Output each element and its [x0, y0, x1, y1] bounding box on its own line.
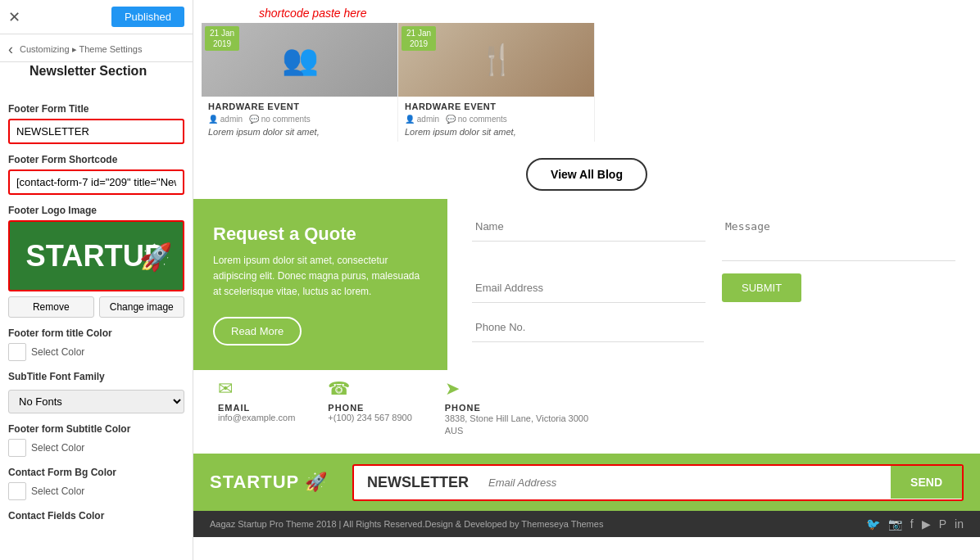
- newsletter-title: NEWSLETTER: [354, 466, 482, 499]
- contact-form-area: SUBMIT: [447, 199, 980, 370]
- email-col: [472, 273, 706, 313]
- youtube-icon[interactable]: ▶: [922, 517, 931, 531]
- close-button[interactable]: ✕: [8, 8, 20, 26]
- read-more-button[interactable]: Read More: [213, 317, 302, 345]
- contact-address-item: ➤ PHONE 3838, Stone Hill Lane, Victoria …: [445, 378, 592, 438]
- blog-card-meta-2: 👤 admin 💬 no comments: [405, 115, 588, 124]
- twitter-icon[interactable]: 🐦: [866, 517, 880, 531]
- subtitle-font-select[interactable]: No Fonts: [8, 390, 184, 413]
- contact-form-bg-color-row: Select Color: [8, 482, 184, 500]
- instagram-icon[interactable]: 📷: [888, 517, 902, 531]
- footer-form-title-color-swatch[interactable]: [8, 343, 26, 361]
- location-icon: ➤: [445, 378, 460, 400]
- contact-form-bg-select-color[interactable]: Select Color: [31, 485, 84, 497]
- blog-card-2: 21 Jan 2019 🍴 HARDWARE EVENT 👤 admin 💬 n…: [398, 23, 595, 142]
- contact-fields-color-label: Contact Fields Color: [8, 510, 184, 522]
- quote-title: Request a Quote: [213, 224, 428, 245]
- phone-input[interactable]: [472, 313, 704, 342]
- footer-form-shortcode-label: Footer Form Shortcode: [8, 154, 184, 165]
- blog-card-meta-1: 👤 admin 💬 no comments: [208, 115, 391, 124]
- blog-card: 21 Jan 2019 👥 HARDWARE EVENT 👤 admin 💬 n…: [202, 23, 398, 142]
- blog-card-event-2: HARDWARE EVENT: [405, 102, 588, 111]
- blog-card-image-1: 21 Jan 2019 👥: [202, 23, 398, 97]
- form-row-1: [472, 212, 955, 273]
- name-input[interactable]: [472, 212, 706, 242]
- contact-phone-item: ☎ PHONE +(100) 234 567 8900: [328, 378, 411, 438]
- quote-contact-section: Request a Quote Lorem ipsum dolor sit am…: [193, 199, 980, 370]
- logo-btn-row: Remove Change image: [8, 296, 184, 318]
- blog-card-image-2: 21 Jan 2019 🍴: [398, 23, 595, 97]
- quote-box: Request a Quote Lorem ipsum dolor sit am…: [193, 199, 447, 370]
- quote-body: Lorem ipsum dolor sit amet, consectetur …: [213, 253, 428, 300]
- breadcrumb-area: ‹ Customizing ▸ Theme Settings: [0, 34, 193, 62]
- contact-email-item: ✉ EMAIL info@example.com: [218, 378, 295, 438]
- phone-value: +(100) 234 567 8900: [328, 413, 411, 422]
- phone-icon: ☎: [328, 378, 350, 400]
- logo-image-box: STARTUP 🚀: [8, 220, 184, 291]
- contact-icons-row: ✉ EMAIL info@example.com ☎ PHONE +(100) …: [193, 370, 980, 454]
- phone-row: [472, 313, 955, 352]
- subtitle-font-family-label: SubTitle Font Family: [8, 371, 184, 382]
- footer-form-subtitle-color-row: Select Color: [8, 439, 184, 457]
- left-panel: ✕ Published ‹ Customizing ▸ Theme Settin…: [0, 0, 193, 560]
- blog-card-body-2: HARDWARE EVENT 👤 admin 💬 no comments Lor…: [398, 97, 594, 142]
- logo-svg: STARTUP 🚀: [18, 230, 175, 279]
- footer-form-title-color-row: Select Color: [8, 343, 184, 361]
- footer-form-subtitle-color-swatch[interactable]: [8, 439, 26, 457]
- breadcrumb: Customizing ▸ Theme Settings: [20, 44, 142, 55]
- change-image-button[interactable]: Change image: [99, 296, 185, 318]
- footer-form-title-input[interactable]: [8, 119, 184, 144]
- blog-card-text-1: Lorem ipsum dolor sit amet,: [208, 127, 391, 137]
- send-button[interactable]: SEND: [891, 466, 962, 499]
- footer-form-title-color-label: Footer form title Color: [8, 327, 184, 339]
- footer-form-title-select-color[interactable]: Select Color: [31, 346, 84, 358]
- name-col: [472, 212, 706, 273]
- email-label: EMAIL: [218, 403, 250, 413]
- view-all-row: View All Blog: [193, 142, 980, 199]
- email-value: info@example.com: [218, 413, 295, 422]
- main-area: shortcode paste here 21 Jan 2019 👥 HARDW…: [193, 0, 980, 560]
- back-arrow-icon[interactable]: ‹: [8, 41, 13, 58]
- phone-label: PHONE: [328, 403, 364, 413]
- submit-button[interactable]: SUBMIT: [722, 273, 801, 302]
- message-input[interactable]: [722, 212, 955, 261]
- email-input[interactable]: [472, 273, 706, 303]
- contact-form-bg-color-swatch[interactable]: [8, 482, 26, 500]
- footer-form-subtitle-color-label: Footer form Subtitle Color: [8, 423, 184, 435]
- message-col: [722, 212, 955, 273]
- blog-card-event-1: HARDWARE EVENT: [208, 102, 391, 111]
- form-row-2: SUBMIT: [472, 273, 955, 313]
- facebook-icon[interactable]: f: [910, 517, 914, 531]
- section-title: Newsletter Section: [0, 62, 193, 85]
- linkedin-icon[interactable]: in: [955, 517, 964, 531]
- newsletter-footer: STARTUP 🚀 NEWSLETTER SEND: [193, 454, 980, 511]
- panel-scroll: Footer Form Title Footer Form Shortcode …: [0, 85, 193, 560]
- footer-form-title-label: Footer Form Title: [8, 103, 184, 115]
- shortcode-hint: shortcode paste here: [193, 0, 980, 23]
- newsletter-box: NEWSLETTER SEND: [352, 464, 964, 501]
- address-label: PHONE: [445, 403, 481, 413]
- blog-card-text-2: Lorem ipsum dolor sit amet,: [405, 127, 588, 137]
- date-badge-2: 21 Jan 2019: [402, 26, 436, 51]
- remove-button[interactable]: Remove: [8, 296, 94, 318]
- address-value: 3838, Stone Hill Lane, Victoria 3000 AUS: [445, 413, 592, 438]
- date-badge-1: 21 Jan 2019: [205, 26, 239, 51]
- top-bar: ✕ Published: [0, 0, 193, 34]
- view-all-blog-button[interactable]: View All Blog: [526, 158, 647, 191]
- submit-col: SUBMIT: [722, 273, 955, 313]
- bottom-bar: Aagaz Startup Pro Theme 2018 | All Right…: [193, 511, 980, 537]
- blog-top: 21 Jan 2019 👥 HARDWARE EVENT 👤 admin 💬 n…: [193, 23, 980, 142]
- published-button[interactable]: Published: [111, 7, 184, 27]
- footer-form-subtitle-select-color[interactable]: Select Color: [31, 442, 84, 454]
- newsletter-logo: STARTUP 🚀: [210, 472, 328, 493]
- footer-logo-image-label: Footer Logo Image: [8, 205, 184, 216]
- footer-form-shortcode-input[interactable]: [8, 169, 184, 195]
- email-icon: ✉: [218, 378, 233, 400]
- blog-card-body-1: HARDWARE EVENT 👤 admin 💬 no comments Lor…: [202, 97, 397, 142]
- contact-form-bg-color-label: Contact Form Bg Color: [8, 467, 184, 478]
- social-icons: 🐦 📷 f ▶ P in: [866, 517, 964, 531]
- copyright-text: Aagaz Startup Pro Theme 2018 | All Right…: [210, 519, 603, 529]
- newsletter-email-input[interactable]: [482, 468, 891, 497]
- pinterest-icon[interactable]: P: [939, 517, 946, 531]
- svg-text:🚀: 🚀: [139, 241, 173, 273]
